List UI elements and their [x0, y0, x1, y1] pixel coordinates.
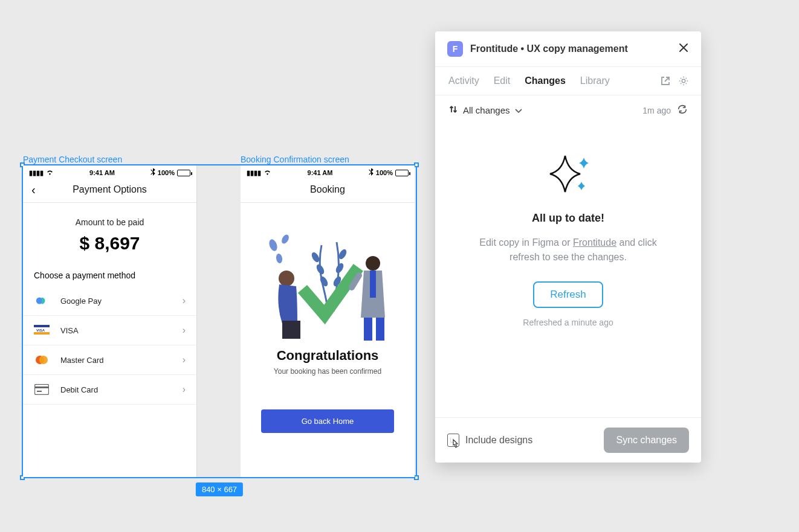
mastercard-icon — [34, 354, 50, 366]
svg-rect-9 — [37, 391, 42, 392]
svg-rect-22 — [370, 271, 376, 298]
svg-point-17 — [280, 234, 291, 245]
last-sync-time: 1m ago — [642, 106, 671, 115]
svg-rect-23 — [364, 318, 372, 341]
plugin-tabs: Activity Edit Changes Library — [435, 67, 701, 95]
sync-changes-button[interactable]: Sync changes — [604, 428, 689, 453]
status-bar: ▮▮▮▮ 9:41 AM 100% — [241, 165, 415, 178]
svg-rect-20 — [282, 321, 300, 339]
payment-method-label: Google Pay — [60, 296, 102, 306]
amount-value: $ 8,697 — [23, 233, 196, 254]
plugin-title: Frontitude • UX copy management — [470, 43, 628, 54]
frame-booking-confirmation[interactable]: ▮▮▮▮ 9:41 AM 100% Booking — [241, 165, 415, 477]
chevron-right-icon: › — [183, 384, 186, 395]
payment-method-googlepay[interactable]: Google Pay › — [23, 286, 196, 316]
gear-icon[interactable] — [678, 75, 689, 89]
booking-message: Congratulations Your booking has been co… — [241, 348, 415, 376]
wifi-icon — [46, 169, 54, 176]
svg-point-6 — [39, 356, 48, 364]
refresh-button[interactable]: Refresh — [533, 281, 603, 308]
sort-icon — [448, 104, 458, 116]
status-bar-time: 9:41 AM — [89, 169, 115, 176]
frame-label-booking[interactable]: Booking Confirmation screen — [241, 155, 349, 164]
chevron-down-icon — [515, 105, 522, 115]
booking-illustration — [249, 221, 406, 342]
svg-rect-8 — [34, 386, 49, 388]
refreshed-ago-text: Refreshed a minute ago — [523, 318, 613, 327]
status-bar: ▮▮▮▮ 9:41 AM 100% — [23, 165, 196, 178]
signal-bars-icon: ▮▮▮▮ — [247, 169, 261, 177]
payment-method-label: VISA — [60, 326, 79, 335]
empty-state-body: Edit copy in Figma or Frontitude and cli… — [465, 236, 671, 264]
booking-headline: Congratulations — [253, 348, 403, 364]
payment-method-mastercard[interactable]: Master Card › — [23, 345, 196, 375]
frontitude-link[interactable]: Frontitude — [573, 237, 616, 248]
nav-title: Payment Options — [73, 184, 147, 195]
empty-state-heading: All up to date! — [532, 212, 604, 225]
filter-bar: All changes 1m ago — [435, 95, 701, 125]
nav-bar: ‹ Payment Options — [23, 178, 196, 203]
refresh-icon[interactable] — [677, 104, 688, 117]
svg-point-21 — [366, 256, 380, 271]
battery-percent: 100% — [376, 169, 393, 176]
payment-method-debitcard[interactable]: Debit Card › — [23, 375, 196, 405]
plugin-header: F Frontitude • UX copy management — [435, 31, 701, 67]
include-designs-checkbox[interactable]: Include designs — [447, 434, 532, 447]
tab-activity[interactable]: Activity — [448, 75, 479, 86]
sparkle-icon — [544, 153, 592, 195]
svg-point-16 — [268, 239, 279, 252]
frame-label-payment[interactable]: Payment Checkout screen — [23, 155, 122, 164]
payment-method-label: Debit Card — [60, 385, 98, 394]
svg-rect-24 — [376, 318, 384, 341]
tab-library[interactable]: Library — [580, 75, 610, 86]
external-link-icon[interactable] — [660, 75, 671, 89]
booking-subline: Your booking has been confirmed — [253, 367, 403, 376]
frame-payment-checkout[interactable]: ▮▮▮▮ 9:41 AM 100% ‹ Payment Options Amou… — [23, 165, 197, 477]
svg-rect-3 — [34, 332, 50, 335]
nav-title: Booking — [310, 184, 345, 195]
go-back-home-button[interactable]: Go back Home — [261, 409, 394, 433]
plugin-logo-icon: F — [447, 41, 463, 57]
battery-icon — [395, 170, 409, 176]
svg-point-12 — [319, 275, 329, 288]
chevron-right-icon: › — [183, 354, 186, 365]
checkbox-icon — [447, 434, 459, 447]
include-designs-label: Include designs — [465, 435, 532, 446]
visa-icon: VISA — [34, 324, 50, 336]
svg-point-14 — [334, 262, 345, 275]
tab-changes[interactable]: Changes — [525, 75, 566, 86]
tab-edit[interactable]: Edit — [494, 75, 511, 86]
googlepay-icon — [34, 295, 50, 307]
svg-point-25 — [682, 79, 685, 82]
wifi-icon — [264, 169, 271, 176]
svg-rect-7 — [35, 385, 49, 395]
plugin-footer: Include designs Sync changes — [435, 417, 701, 463]
svg-rect-1 — [34, 325, 50, 327]
selection-handle-tr[interactable] — [414, 162, 419, 167]
status-bar-time: 9:41 AM — [308, 169, 333, 176]
back-icon[interactable]: ‹ — [31, 183, 36, 197]
changes-filter-dropdown[interactable]: All changes — [448, 104, 522, 116]
svg-text:VISA: VISA — [36, 328, 45, 332]
filter-label: All changes — [463, 105, 510, 115]
battery-percent: 100% — [158, 169, 175, 176]
payment-method-visa[interactable]: VISA VISA › — [23, 316, 196, 345]
section-label: Choose a payment method — [23, 258, 196, 286]
signal-bars-icon: ▮▮▮▮ — [29, 169, 44, 177]
bluetooth-icon — [150, 168, 155, 177]
empty-state: All up to date! Edit copy in Figma or Fr… — [435, 125, 701, 417]
nav-bar: Booking — [241, 178, 415, 203]
debit-card-icon — [34, 383, 50, 396]
chevron-right-icon: › — [183, 325, 186, 336]
payment-method-label: Master Card — [60, 356, 104, 365]
chevron-right-icon: › — [183, 295, 186, 306]
close-icon[interactable] — [678, 42, 689, 56]
svg-point-19 — [279, 271, 294, 286]
selection-dimensions-badge: 840 × 667 — [196, 482, 243, 496]
frontitude-plugin-panel: F Frontitude • UX copy management Activi… — [435, 31, 701, 463]
battery-icon — [177, 170, 190, 176]
amount-label: Amount to be paid — [23, 217, 196, 227]
selection-handle-br[interactable] — [414, 475, 419, 480]
bluetooth-icon — [369, 168, 374, 177]
svg-point-18 — [276, 253, 283, 263]
